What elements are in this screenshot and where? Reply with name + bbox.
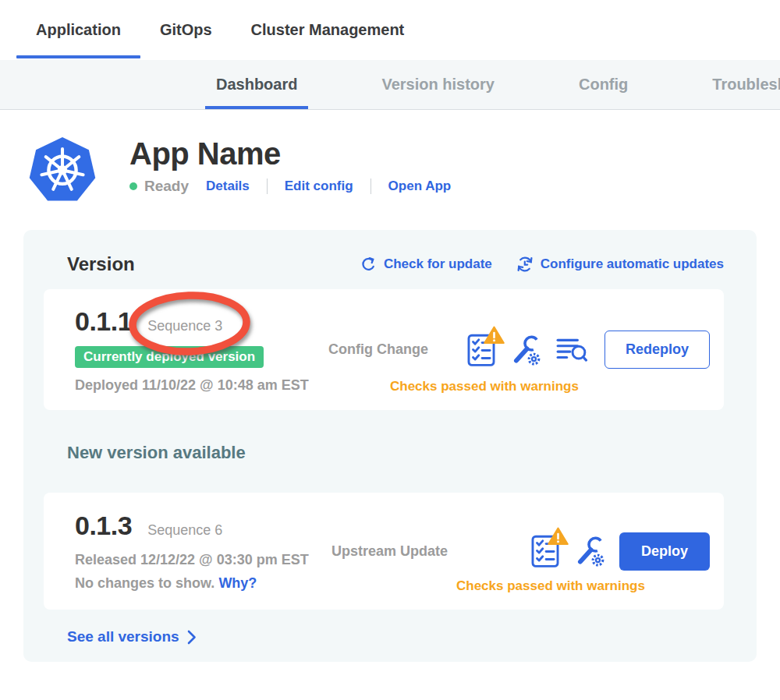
divider bbox=[370, 179, 371, 194]
warning-triangle-icon bbox=[548, 527, 569, 546]
see-all-versions-link[interactable]: See all versions bbox=[67, 628, 724, 645]
configure-auto-updates-label: Configure automatic updates bbox=[541, 256, 724, 272]
why-link[interactable]: Why? bbox=[218, 575, 257, 591]
kubernetes-logo bbox=[28, 135, 97, 208]
tab-troubleshoot[interactable]: Troubleshoot bbox=[701, 60, 780, 109]
preflight-checks-icon[interactable] bbox=[531, 535, 559, 567]
divider bbox=[267, 179, 268, 194]
configure-auto-updates-link[interactable]: Configure automatic updates bbox=[516, 255, 724, 274]
diff-view-icon[interactable] bbox=[556, 336, 587, 364]
new-version-heading: New version available bbox=[67, 443, 724, 463]
refresh-icon bbox=[360, 256, 378, 274]
tab-gitops[interactable]: GitOps bbox=[140, 0, 232, 60]
change-type-label: Config Change bbox=[328, 341, 467, 358]
config-wrench-icon[interactable] bbox=[573, 535, 607, 567]
edit-config-link[interactable]: Edit config bbox=[285, 179, 353, 194]
tab-cluster-management[interactable]: Cluster Management bbox=[232, 0, 424, 60]
next-version-number: 0.1.3 bbox=[75, 511, 132, 541]
next-version-sequence: Sequence 6 bbox=[147, 522, 222, 539]
chevron-right-icon bbox=[187, 630, 197, 645]
released-timestamp: Released 12/12/22 @ 03:30 pm EST bbox=[75, 552, 332, 568]
status-badge: Ready bbox=[144, 178, 189, 195]
current-version-sequence: Sequence 3 bbox=[147, 318, 222, 334]
tab-dashboard[interactable]: Dashboard bbox=[205, 60, 308, 109]
see-all-versions-label: See all versions bbox=[67, 628, 179, 645]
tab-application[interactable]: Application bbox=[16, 0, 140, 60]
app-header: App Name Ready Details Edit config Open … bbox=[28, 135, 780, 208]
warning-triangle-icon bbox=[484, 326, 505, 345]
deploy-button[interactable]: Deploy bbox=[619, 532, 710, 571]
details-link[interactable]: Details bbox=[206, 179, 250, 194]
version-section-title: Version bbox=[67, 253, 135, 275]
current-version-number: 0.1.1 bbox=[75, 306, 132, 337]
status-dot bbox=[129, 182, 137, 190]
no-changes-text: No changes to show. bbox=[75, 575, 214, 591]
current-version-row: 0.1.1 Sequence 3 Currently deployed vers… bbox=[44, 289, 724, 410]
config-wrench-icon[interactable] bbox=[509, 334, 543, 366]
tab-config[interactable]: Config bbox=[568, 60, 639, 109]
app-sub-nav: Dashboard Version history Config Trouble… bbox=[0, 60, 780, 110]
preflight-checks-status: Checks passed with warnings bbox=[456, 578, 645, 594]
preflight-checks-icon[interactable] bbox=[467, 334, 495, 366]
check-for-update-label: Check for update bbox=[384, 256, 492, 272]
redeploy-button[interactable]: Redeploy bbox=[604, 331, 710, 369]
version-section: Version Check for update Configure autom… bbox=[23, 230, 757, 662]
change-type-label: Upstream Update bbox=[332, 543, 472, 560]
new-version-row: 0.1.3 Sequence 6 Released 12/12/22 @ 03:… bbox=[44, 493, 724, 610]
primary-nav: Application GitOps Cluster Management bbox=[0, 0, 780, 60]
currently-deployed-badge: Currently deployed version bbox=[75, 346, 264, 368]
preflight-checks-status: Checks passed with warnings bbox=[390, 379, 579, 394]
open-app-link[interactable]: Open App bbox=[388, 179, 452, 194]
auto-update-clock-icon bbox=[516, 255, 534, 274]
page-title: App Name bbox=[129, 135, 451, 172]
tab-version-history[interactable]: Version history bbox=[370, 60, 505, 109]
check-for-update-link[interactable]: Check for update bbox=[360, 256, 492, 274]
deployed-timestamp: Deployed 11/10/22 @ 10:48 am EST bbox=[75, 377, 328, 394]
